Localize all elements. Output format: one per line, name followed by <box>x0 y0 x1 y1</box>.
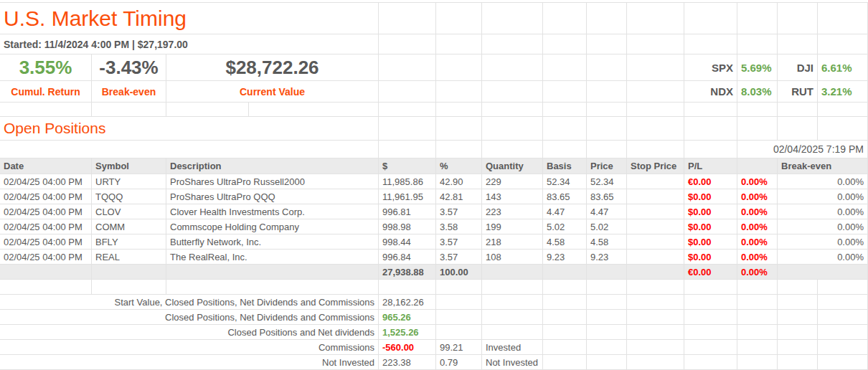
empty-cell <box>543 325 587 340</box>
empty-cell <box>92 280 166 295</box>
empty-cell <box>737 355 778 370</box>
empty-cell <box>436 280 482 295</box>
index-ndx-label: NDX <box>684 81 737 103</box>
empty-cell <box>436 54 482 81</box>
empty-cell <box>778 355 818 370</box>
empty-cell <box>737 117 778 141</box>
cell-break-even: 0.00% <box>778 234 868 250</box>
cell-pl: $0.00 <box>684 219 737 234</box>
column-header-break-even: Break-even <box>778 158 868 174</box>
cell-quantity: 199 <box>482 219 543 234</box>
empty-cell <box>778 117 818 141</box>
cell-price: 5.02 <box>587 219 627 234</box>
summary-note: Invested <box>482 340 543 355</box>
summary-value: 28,162.26 <box>379 295 436 310</box>
empty-cell <box>0 280 92 295</box>
empty-cell <box>543 280 587 295</box>
cell-description: Butterfly Network, Inc. <box>166 234 379 250</box>
empty-cell <box>627 265 684 280</box>
table-header-row: Date Symbol Description $ % Quantity Bas… <box>0 158 868 174</box>
empty-cell <box>587 81 627 103</box>
empty-cell <box>778 340 818 355</box>
cell-stop-price <box>627 174 684 189</box>
empty-cell <box>627 34 684 54</box>
empty-cell <box>627 54 684 81</box>
column-header-pl-pct <box>737 158 778 174</box>
total-row: 27,938.88 100.00 €0.00 0.00% <box>0 265 868 280</box>
empty-cell <box>818 34 868 54</box>
empty-cell <box>684 340 737 355</box>
total-pl: €0.00 <box>684 265 737 280</box>
timestamp-row: 02/04/2025 7:19 PM <box>0 141 868 158</box>
empty-cell <box>543 103 587 117</box>
empty-cell <box>92 265 166 280</box>
empty-cell <box>737 34 778 54</box>
empty-cell <box>436 2 482 34</box>
empty-cell <box>587 295 627 310</box>
empty-cell <box>627 310 684 325</box>
summary-row: Closed Positions and Net dividends1,525.… <box>0 325 868 340</box>
cell-break-even: 0.00% <box>778 189 868 204</box>
empty-cell <box>587 141 627 158</box>
column-header-quantity: Quantity <box>482 158 543 174</box>
cell-description: Clover Health Investments Corp. <box>166 204 379 219</box>
empty-cell <box>379 103 436 117</box>
cumul-return-value: 3.55% <box>0 54 92 81</box>
empty-cell <box>778 103 818 117</box>
column-header-stop-price: Stop Price <box>627 158 684 174</box>
cell-basis: 4.58 <box>543 234 587 250</box>
summary-label: Start Value, Closed Positions, Net Divid… <box>0 295 379 310</box>
summary-label: Closed Positions, Net Dividends and Comm… <box>0 310 379 325</box>
empty-cell <box>543 81 587 103</box>
empty-cell <box>436 81 482 103</box>
summary-value: 965.26 <box>379 310 436 325</box>
empty-cell <box>818 340 868 355</box>
empty-cell <box>684 34 737 54</box>
stats-row: 3.55% -3.43% $28,722.26 SPX 5.69% DJI 6.… <box>0 54 868 81</box>
position-row: 02/04/25 04:00 PMTQQQProShares UltraPro … <box>0 189 868 204</box>
empty-cell <box>587 265 627 280</box>
cell-pl: $0.00 <box>684 189 737 204</box>
summary-label: Not Invested <box>0 355 379 370</box>
cell-pct: 3.57 <box>436 234 482 250</box>
summary-value: 223.38 <box>379 355 436 370</box>
empty-cell <box>684 295 737 310</box>
empty-cell <box>818 103 868 117</box>
cell-usd: 996.81 <box>379 204 436 219</box>
cell-pct: 3.58 <box>436 219 482 234</box>
empty-cell <box>684 103 737 117</box>
empty-cell <box>0 141 379 158</box>
index-dji-label: DJI <box>778 54 818 81</box>
empty-cell <box>778 280 818 295</box>
cell-symbol: TQQQ <box>92 189 166 204</box>
spacer-row <box>0 280 868 295</box>
break-even-label: Break-even <box>92 81 166 103</box>
cell-price: 4.47 <box>587 204 627 219</box>
empty-cell <box>543 265 587 280</box>
page-title: U.S. Market Timing <box>0 2 379 34</box>
empty-cell <box>737 103 778 117</box>
cell-stop-price <box>627 189 684 204</box>
empty-cell <box>166 280 379 295</box>
cell-break-even: 0.00% <box>778 174 868 189</box>
empty-cell <box>778 325 818 340</box>
cell-pct: 3.57 <box>436 204 482 219</box>
index-dji-value: 6.61% <box>818 54 868 81</box>
empty-cell <box>737 295 778 310</box>
cell-basis: 5.02 <box>543 219 587 234</box>
cell-basis: 9.23 <box>543 250 587 265</box>
cell-stop-price <box>627 234 684 250</box>
empty-cell <box>379 54 436 81</box>
empty-cell <box>543 141 587 158</box>
empty-cell <box>587 355 627 370</box>
cell-stop-price <box>627 204 684 219</box>
empty-cell <box>543 117 587 141</box>
total-usd: 27,938.88 <box>379 265 436 280</box>
column-header-symbol: Symbol <box>92 158 166 174</box>
cell-date: 02/04/25 04:00 PM <box>0 189 92 204</box>
empty-cell <box>818 280 868 295</box>
positions-table-body: 02/04/25 04:00 PMURTYProShares UltraPro … <box>0 174 868 265</box>
cell-usd: 998.44 <box>379 234 436 250</box>
column-header-basis: Basis <box>543 158 587 174</box>
summary-pct <box>436 310 482 325</box>
